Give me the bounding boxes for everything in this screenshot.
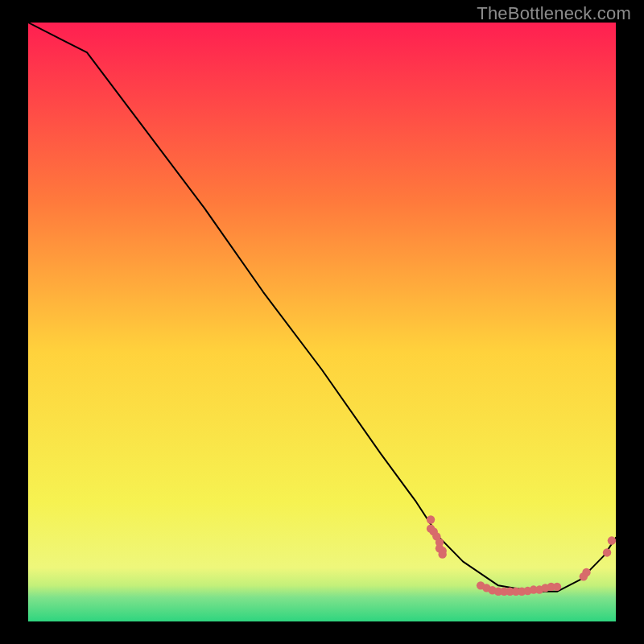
data-point — [603, 548, 611, 556]
plot-area — [28, 23, 616, 621]
gradient-background — [28, 23, 616, 621]
chart-svg — [28, 23, 616, 621]
chart-frame: TheBottleneck.com — [0, 0, 644, 644]
data-point — [427, 515, 435, 523]
data-point — [438, 550, 446, 558]
watermark-text: TheBottleneck.com — [477, 3, 631, 24]
data-point — [553, 583, 561, 591]
data-point — [582, 568, 590, 576]
data-point — [608, 536, 616, 544]
